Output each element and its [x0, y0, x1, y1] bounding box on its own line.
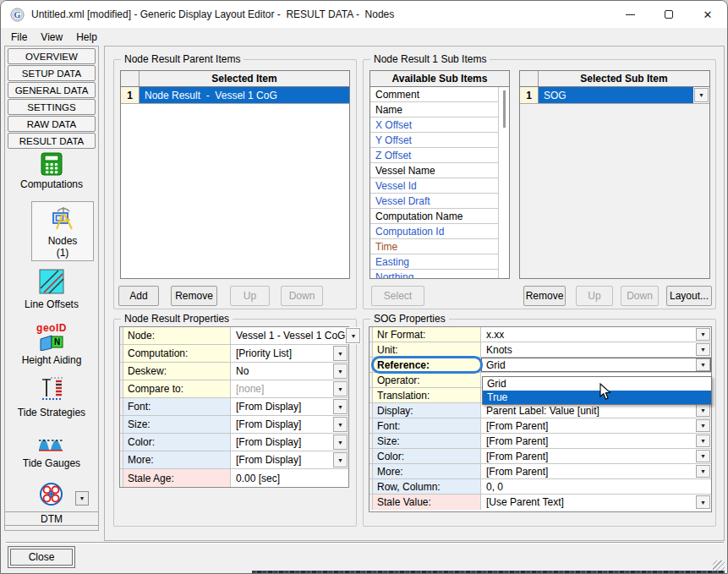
dropdown-arrow-icon[interactable]: ▼: [696, 404, 710, 417]
up-sub-item-button[interactable]: Up: [576, 286, 613, 306]
property-value[interactable]: [From Display]▼: [231, 416, 348, 433]
property-row: Color:[From Parent]▼: [369, 449, 711, 464]
property-label-text: More:: [128, 454, 154, 466]
property-value[interactable]: [From Parent]▼: [481, 418, 711, 433]
property-value[interactable]: Knots▼: [481, 342, 711, 357]
minimize-button[interactable]: [610, 1, 649, 28]
dtm-dropdown-button[interactable]: ▼: [75, 491, 89, 506]
selected-sub-item-table: Selected Sub Item 1 SOG ▼: [519, 70, 710, 279]
property-value[interactable]: 0.00 [sec]: [231, 469, 348, 487]
menu-help[interactable]: Help: [69, 29, 104, 46]
close-button[interactable]: Close: [8, 546, 75, 568]
dropdown-arrow-icon[interactable]: ▼: [696, 450, 710, 462]
sidebar-tab-general-data[interactable]: GENERAL DATA: [8, 82, 96, 98]
up-parent-button[interactable]: Up: [230, 286, 270, 306]
geoid-map-icon[interactable]: N: [39, 335, 64, 351]
property-value[interactable]: [From Parent]▼: [481, 464, 711, 478]
down-sub-item-button[interactable]: Down: [621, 286, 659, 306]
dropdown-option-grid[interactable]: Grid: [483, 377, 711, 391]
selected-sub-item-value[interactable]: SOG: [539, 87, 693, 103]
available-sub-item[interactable]: Comment: [370, 87, 498, 102]
available-sub-item[interactable]: Vessel Draft: [370, 194, 498, 209]
scrollbar-thumb[interactable]: [503, 90, 506, 128]
property-value[interactable]: [From Display]▼: [231, 451, 348, 468]
sidebar-tab-settings[interactable]: SETTINGS: [8, 99, 96, 115]
sidebar-item-tide-gauges[interactable]: Tide Gauges: [5, 457, 98, 469]
remove-parent-button[interactable]: Remove: [171, 286, 217, 306]
property-value[interactable]: No▼: [231, 363, 348, 380]
property-value[interactable]: Grid▼: [481, 358, 711, 372]
down-parent-button[interactable]: Down: [281, 286, 323, 306]
dropdown-arrow-icon[interactable]: ▼: [696, 343, 710, 356]
available-sub-item[interactable]: X Offset: [370, 118, 498, 133]
sidebar-item-tide-strategies[interactable]: Tide Strategies: [5, 407, 98, 418]
property-label: Row, Column:: [373, 479, 481, 494]
dropdown-option-true[interactable]: True: [483, 391, 711, 404]
scrollbar-track[interactable]: [498, 87, 509, 279]
sidebar-tab-raw-data[interactable]: RAW DATA: [8, 116, 96, 132]
sidebar-item-line-offsets[interactable]: Line Offsets: [5, 298, 98, 310]
resize-grip[interactable]: [713, 560, 725, 571]
sidebar-tab-result-data[interactable]: RESULT DATA: [8, 133, 96, 149]
property-value[interactable]: [none]▼: [231, 380, 348, 397]
property-value[interactable]: Vessel 1 - Vessel 1 CoG▼: [231, 327, 361, 344]
tide-strategies-icon[interactable]: [39, 374, 64, 402]
parent-item-value[interactable]: Node Result - Vessel 1 CoG: [140, 87, 349, 103]
dropdown-arrow-icon[interactable]: ▼: [333, 364, 348, 379]
remove-sub-item-button[interactable]: Remove: [523, 286, 566, 306]
available-sub-item[interactable]: Time: [370, 239, 498, 254]
available-sub-item[interactable]: Vessel Name: [370, 163, 498, 178]
available-sub-item[interactable]: Z Offset: [370, 148, 498, 163]
dropdown-arrow-icon[interactable]: ▼: [333, 417, 348, 432]
dropdown-arrow-icon[interactable]: ▼: [333, 381, 348, 396]
dropdown-arrow-icon[interactable]: ▼: [333, 399, 348, 414]
available-sub-item[interactable]: Easting: [370, 254, 498, 270]
property-label-text: Size:: [377, 435, 400, 447]
menu-file[interactable]: File: [4, 29, 34, 46]
table-row[interactable]: 1 SOG ▼: [520, 87, 709, 104]
sidebar-item-computations[interactable]: Computations: [5, 178, 98, 190]
property-value[interactable]: 0, 0: [481, 479, 711, 494]
available-sub-item[interactable]: Name: [370, 102, 498, 118]
dropdown-arrow-icon[interactable]: ▼: [696, 328, 710, 341]
select-button[interactable]: Select: [371, 286, 424, 306]
property-value[interactable]: [Use Parent Text]▼: [481, 495, 711, 510]
dropdown-arrow-icon[interactable]: ▼: [333, 435, 348, 450]
dropdown-arrow-icon[interactable]: ▼: [694, 88, 709, 102]
sidebar-item-height-aiding[interactable]: Height Aiding: [5, 354, 98, 366]
dropdown-arrow-icon[interactable]: ▼: [333, 452, 348, 467]
available-sub-item[interactable]: Y Offset: [370, 133, 498, 148]
property-value[interactable]: Parent Label: Value [unit]▼: [481, 403, 711, 418]
available-sub-item[interactable]: Computation Id: [370, 224, 498, 239]
line-offsets-icon[interactable]: [39, 269, 64, 294]
table-row[interactable]: 1 Node Result - Vessel 1 CoG: [121, 87, 349, 104]
property-value[interactable]: [From Parent]▼: [481, 449, 711, 463]
dropdown-arrow-icon[interactable]: ▼: [333, 346, 348, 361]
layout-button[interactable]: Layout...: [666, 286, 712, 306]
property-value[interactable]: x.xx▼: [481, 327, 711, 342]
sidebar-item-nodes[interactable]: Nodes (1): [31, 201, 94, 261]
dropdown-arrow-icon[interactable]: ▼: [696, 465, 710, 478]
sidebar-tab-overview[interactable]: OVERVIEW: [8, 48, 96, 64]
add-button[interactable]: Add: [118, 286, 159, 306]
available-sub-item[interactable]: Computation Name: [370, 209, 498, 224]
dtm-icon[interactable]: [38, 482, 65, 507]
tide-gauges-icon[interactable]: [38, 428, 65, 451]
sidebar-item-dtm[interactable]: DTM: [5, 511, 98, 526]
available-sub-item[interactable]: Vessel Id: [370, 178, 498, 194]
close-window-button[interactable]: ✕: [688, 1, 727, 28]
dropdown-arrow-icon[interactable]: ▼: [346, 328, 360, 343]
dropdown-arrow-icon[interactable]: ▼: [696, 419, 710, 432]
property-value[interactable]: [From Display]▼: [231, 398, 348, 415]
dropdown-arrow-icon[interactable]: ▼: [696, 358, 710, 371]
dropdown-arrow-icon[interactable]: ▼: [696, 435, 710, 447]
available-sub-item[interactable]: Northing: [370, 270, 498, 279]
property-value[interactable]: [From Parent]▼: [481, 434, 711, 448]
property-value[interactable]: [From Display]▼: [231, 434, 348, 451]
sidebar-tab-setup-data[interactable]: SETUP DATA: [8, 65, 96, 81]
calculator-icon[interactable]: [39, 152, 64, 176]
menu-view[interactable]: View: [34, 29, 69, 46]
maximize-button[interactable]: [649, 1, 688, 28]
property-value[interactable]: [Priority List]▼: [231, 345, 348, 362]
dropdown-arrow-icon[interactable]: ▼: [696, 495, 710, 509]
